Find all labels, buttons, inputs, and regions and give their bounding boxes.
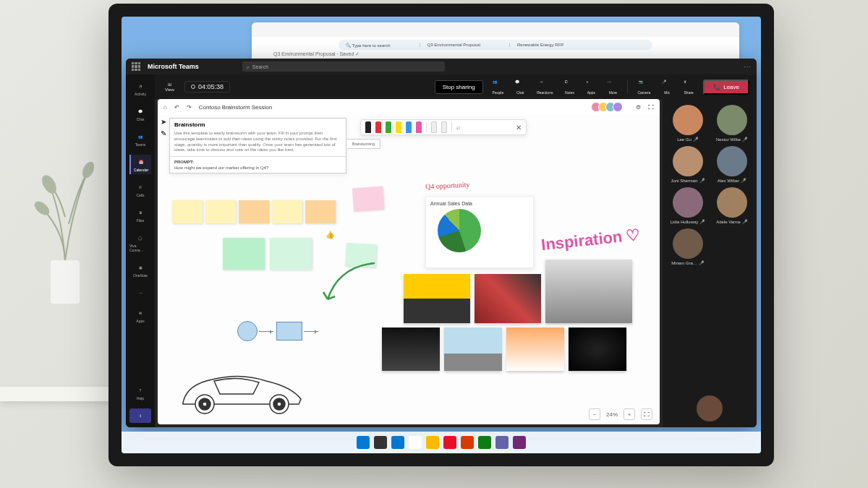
pen-tool-icon[interactable]: ✎ [161,129,166,137]
lasso-icon[interactable]: ⌕ [456,124,460,131]
chat-button[interactable]: 💬Chat [513,80,527,95]
pen-yellow[interactable] [396,121,401,133]
leave-button[interactable]: 📞Leave [703,80,749,95]
participant-tile[interactable]: Nestor Wilke 🎤 [711,105,752,142]
gear-icon[interactable]: ⚙ [636,104,641,111]
whiteboard-canvas[interactable]: ➤ ✎ [158,115,660,424]
chat-icon: 💬 [135,106,145,116]
mic-muted-icon: 🎤 [699,260,704,265]
participant-name: Alex Wilber 🎤 [718,178,746,183]
inspiration-image[interactable] [506,328,564,371]
sticky-note[interactable] [352,187,384,212]
pen-blue[interactable] [406,121,412,133]
participant-tile[interactable]: Adele Vance 🎤 [711,187,752,224]
undo-icon[interactable]: ↶ [174,104,179,111]
svg-point-5 [203,402,207,406]
teams-search-input[interactable]: ⌕ Search [242,61,445,72]
desktop-screen: 🔍 Type here to search Q3 Environmental P… [122,17,761,453]
pen-red[interactable] [375,121,381,133]
rail-viva[interactable]: ◯Viva Conne… [129,231,151,254]
close-icon[interactable]: ✕ [516,124,522,132]
background-doc-tab[interactable]: Q3 Environmental Proposal · Saved ✓ [266,50,367,59]
rail-help[interactable]: ?Help [129,383,151,403]
chart-title: Annual Sales Data [430,201,529,206]
thumbs-up-icon[interactable]: 👍 [326,231,333,238]
collaborator-avatars[interactable] [594,102,623,112]
expand-icon[interactable]: ⛶ [648,104,654,111]
redo-icon[interactable]: ↷ [187,104,192,111]
rail-chat[interactable]: 💬Chat [129,104,151,124]
participant-tile[interactable]: Alex Wilber 🎤 [711,146,752,183]
sticky-note[interactable] [239,200,269,223]
rail-onenote[interactable]: ▣OneNote [129,260,151,280]
taskbar-app-icon[interactable] [443,436,456,449]
inspiration-image[interactable] [569,328,626,371]
home-icon[interactable]: ⌂ [163,104,167,111]
rail-more-apps[interactable]: ⋯ [129,286,151,300]
sticky-note[interactable] [205,200,236,223]
participant-tile[interactable]: Miriam Gra… 🎤 [667,228,708,265]
reactions-button[interactable]: ☺Reactions [535,80,555,95]
notes-button[interactable]: 🗒Notes [562,80,576,95]
eraser-tool[interactable] [431,121,437,133]
rail-calls[interactable]: ✆Calls [129,180,151,200]
people-button[interactable]: 👥People [490,80,506,95]
sticky-note[interactable] [223,238,265,270]
taskbar-app-icon[interactable] [374,436,387,449]
self-video-tile[interactable] [697,395,723,421]
more-options-icon[interactable]: ⋯ [744,63,751,71]
stop-sharing-button[interactable]: Stop sharing [435,80,483,94]
participant-tile[interactable]: Lidia Holloway 🎤 [667,187,708,224]
rail-apps[interactable]: ⊞Apps [129,306,151,325]
taskbar-app-icon[interactable] [478,436,491,449]
inspiration-image[interactable] [444,328,502,371]
flowchart-step[interactable] [276,322,302,341]
inspiration-image[interactable] [545,260,632,323]
grid-icon: ⊞ [168,82,171,87]
sticky-note[interactable] [270,238,312,270]
windows-taskbar [122,432,761,453]
taskbar-app-icon[interactable] [495,436,509,449]
highlighter-tool[interactable] [441,121,447,133]
zoom-out-button[interactable]: − [589,408,600,420]
rail-calendar[interactable]: 📅Calendar [129,155,151,174]
inspiration-image[interactable] [382,328,440,371]
background-search-bar[interactable]: 🔍 Type here to search Q3 Environmental P… [339,40,652,50]
zoom-in-button[interactable]: + [624,408,635,420]
apps-button[interactable]: +Apps [584,80,598,95]
taskbar-app-icon[interactable] [461,436,474,449]
pen-green[interactable] [386,121,391,133]
taskbar-app-icon[interactable] [409,436,422,449]
rail-teams[interactable]: 👥Teams [129,129,151,149]
chart-card[interactable]: Annual Sales Data [425,196,534,268]
pointer-tool-icon[interactable]: ➤ [161,118,166,126]
pen-black[interactable] [365,121,371,133]
participant-name: Lidia Holloway 🎤 [671,219,705,224]
car-sketch[interactable] [172,359,310,417]
brainstorm-tab[interactable]: Brainstorming [347,139,380,149]
share-button[interactable]: ⬆Share [681,80,696,95]
taskbar-app-icon[interactable] [391,436,404,449]
participant-name: Miriam Gra… 🎤 [671,260,704,265]
inspiration-image[interactable] [404,274,470,323]
rail-download[interactable]: ⬇ [129,408,151,423]
pen-pink[interactable] [416,121,422,133]
rail-activity[interactable]: ◔Activity [129,79,151,98]
mic-button[interactable]: 🎤Mic [660,80,674,95]
taskbar-app-icon[interactable] [426,436,439,449]
view-button[interactable]: ⊞ View [162,80,177,93]
inspiration-image[interactable] [475,274,541,323]
participant-tile[interactable]: Lee Gu 🎤 [667,105,708,142]
fit-screen-button[interactable]: ⛶ [641,408,652,420]
more-button[interactable]: ⋯More [605,80,620,95]
sticky-note[interactable] [305,200,336,223]
camera-button[interactable]: 📷Camera [635,80,652,95]
rail-files[interactable]: 🗎Files [129,205,151,225]
flowchart-start[interactable] [237,321,258,341]
participant-tile[interactable]: Joni Sherman 🎤 [667,146,708,183]
app-launcher-icon[interactable] [132,62,140,71]
taskbar-app-icon[interactable] [513,436,526,449]
sticky-note[interactable] [172,200,203,223]
sticky-note[interactable] [272,200,302,223]
taskbar-app-icon[interactable] [357,436,370,449]
